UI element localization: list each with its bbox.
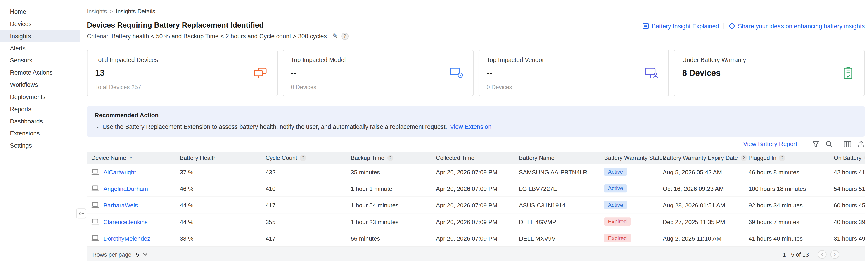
edit-criteria-icon[interactable]: ✎ bbox=[332, 32, 338, 40]
battery-name-cell: SAMSUNG AA-PBTN4LR bbox=[515, 164, 600, 180]
sidebar-item-settings[interactable]: Settings bbox=[0, 139, 80, 152]
plugged-in-cell: 46 hours 8 minutes bbox=[744, 164, 829, 180]
collapse-icon bbox=[78, 211, 84, 216]
device-name-cell: AlCartwright bbox=[87, 164, 175, 180]
sidebar-collapse-toggle[interactable] bbox=[76, 209, 86, 218]
col-warranty-status[interactable]: Battery Warranty Status bbox=[600, 152, 658, 164]
table-toolbar: View Battery Report bbox=[743, 139, 865, 148]
app-screen: Home Devices Insights Alerts Sensors Rem… bbox=[0, 0, 868, 277]
battery-name-cell: DELL MXV9V bbox=[515, 230, 600, 246]
battery-name-cell: LG LBV7227E bbox=[515, 180, 600, 196]
col-on-battery[interactable]: On Battery? bbox=[829, 152, 865, 164]
on-battery-cell: 60 hours 45 minutes bbox=[829, 197, 865, 213]
export-icon[interactable] bbox=[858, 140, 865, 148]
laptop-icon bbox=[91, 202, 99, 208]
collected-time-cell: Apr 20, 2026 07:09 PM bbox=[432, 180, 515, 196]
device-name-link[interactable]: AngelinaDurham bbox=[103, 185, 148, 191]
sidebar-item-workflows[interactable]: Workflows bbox=[0, 79, 80, 91]
breadcrumb-parent[interactable]: Insights bbox=[87, 8, 107, 14]
bullet: • bbox=[97, 124, 99, 130]
card-value: -- bbox=[487, 68, 661, 78]
col-device-name[interactable]: Device Name↑ bbox=[87, 152, 175, 164]
warranty-status-badge: Active bbox=[604, 184, 627, 193]
stat-cards: Total Impacted Devices 13 Total Devices … bbox=[87, 50, 865, 96]
device-name-link[interactable]: ClarenceJenkins bbox=[103, 218, 148, 225]
sidebar-item-deployments[interactable]: Deployments bbox=[0, 91, 80, 103]
recommended-action-item: • Use the Battery Replacement Extension … bbox=[95, 123, 857, 130]
battery-insight-explained-link[interactable]: Battery Insight Explained bbox=[642, 23, 719, 29]
sidebar-item-extensions[interactable]: Extensions bbox=[0, 127, 80, 140]
view-extension-link[interactable]: View Extension bbox=[450, 123, 491, 130]
card-title: Total Impacted Devices bbox=[95, 57, 269, 63]
sidebar-item-insights[interactable]: Insights bbox=[0, 30, 80, 42]
warranty-status-badge: Expired bbox=[604, 217, 630, 226]
cycle-count-cell: 432 bbox=[261, 164, 346, 180]
card-subtext: 0 Devices bbox=[487, 84, 661, 90]
device-name-link[interactable]: AlCartwright bbox=[103, 168, 136, 175]
pagination-controls: 1 - 5 of 13 ‹ › bbox=[783, 250, 839, 258]
cycle-count-cell: 355 bbox=[261, 213, 346, 230]
card-subtext: 0 Devices bbox=[291, 84, 465, 90]
help-icon[interactable]: ? bbox=[387, 155, 393, 161]
col-battery-health[interactable]: Battery Health bbox=[175, 152, 261, 164]
col-plugged-in[interactable]: Plugged In? bbox=[744, 152, 829, 164]
sidebar-item-home[interactable]: Home bbox=[0, 5, 80, 18]
table-row: AngelinaDurham 46 % 410 1 hour 1 minute … bbox=[87, 180, 865, 196]
warranty-status-cell: Active bbox=[600, 197, 658, 213]
backup-time-cell: 1 hour 23 minutes bbox=[346, 213, 432, 230]
criteria-row: Criteria: Battery health < 50 % and Back… bbox=[87, 32, 348, 40]
help-icon[interactable]: ? bbox=[864, 155, 865, 161]
prev-page-button[interactable]: ‹ bbox=[817, 250, 827, 258]
sidebar-item-remote-actions[interactable]: Remote Actions bbox=[0, 66, 80, 79]
sort-asc-icon[interactable]: ↑ bbox=[129, 155, 132, 161]
help-icon[interactable]: ? bbox=[740, 155, 747, 161]
card-value: 13 bbox=[95, 68, 269, 78]
collected-time-cell: Apr 20, 2026 07:09 PM bbox=[432, 230, 515, 246]
device-name-cell: BarbaraWeis bbox=[87, 197, 175, 213]
help-icon[interactable]: ? bbox=[300, 155, 306, 161]
backup-time-cell: 35 minutes bbox=[346, 164, 432, 180]
warranty-status-cell: Expired bbox=[600, 230, 658, 246]
rows-per-page-value[interactable]: 5 bbox=[136, 251, 139, 257]
help-icon[interactable]: ? bbox=[779, 155, 785, 161]
col-warranty-expiry[interactable]: Battery Warranty Expiry Date? bbox=[658, 152, 744, 164]
sidebar-item-sensors[interactable]: Sensors bbox=[0, 54, 80, 66]
col-collected-time[interactable]: Collected Time bbox=[432, 152, 515, 164]
device-name-cell: DorothyMelendez bbox=[87, 230, 175, 246]
col-backup-time[interactable]: Backup Time? bbox=[346, 152, 432, 164]
column-settings-icon[interactable] bbox=[844, 140, 851, 148]
next-page-button[interactable]: › bbox=[831, 250, 839, 258]
search-icon[interactable] bbox=[826, 140, 833, 148]
warranty-status-cell: Active bbox=[600, 164, 658, 180]
plugged-in-cell: 41 hours 40 minutes bbox=[744, 230, 829, 246]
collected-time-cell: Apr 20, 2026 07:09 PM bbox=[432, 213, 515, 230]
col-cycle-count[interactable]: Cycle Count? bbox=[261, 152, 346, 164]
table-header-row: Device Name↑ Battery Health Cycle Count?… bbox=[87, 152, 865, 164]
device-name-link[interactable]: DorothyMelendez bbox=[103, 235, 150, 241]
plugged-in-cell: 100 hours 18 minutes bbox=[744, 180, 829, 196]
card-subtext: Total Devices 257 bbox=[95, 84, 269, 90]
sidebar-item-dashboards[interactable]: Dashboards bbox=[0, 115, 80, 127]
sidebar-item-reports[interactable]: Reports bbox=[0, 103, 80, 115]
on-battery-cell: 40 hours 39 minutes bbox=[829, 213, 865, 230]
sidebar-item-devices[interactable]: Devices bbox=[0, 18, 80, 30]
cycle-count-cell: 417 bbox=[261, 230, 346, 246]
device-name-cell: ClarenceJenkins bbox=[87, 213, 175, 230]
on-battery-cell: 54 hours 51 minutes bbox=[829, 180, 865, 196]
collected-time-cell: Apr 20, 2026 07:09 PM bbox=[432, 197, 515, 213]
chevron-down-icon[interactable] bbox=[143, 253, 148, 256]
share-ideas-link[interactable]: Share your ideas on enhancing battery in… bbox=[728, 23, 865, 29]
view-battery-report-link[interactable]: View Battery Report bbox=[743, 141, 797, 147]
criteria-help-icon[interactable]: ? bbox=[341, 32, 348, 39]
plugged-in-cell: 69 hours 7 minutes bbox=[744, 213, 829, 230]
recommended-action-text: Use the Battery Replacement Extension to… bbox=[102, 123, 491, 130]
filter-icon[interactable] bbox=[812, 140, 819, 148]
warranty-expiry-cell: Aug 5, 2026 05:42 AM bbox=[658, 164, 744, 180]
col-battery-name[interactable]: Battery Name bbox=[515, 152, 600, 164]
laptop-icon bbox=[91, 235, 99, 241]
sidebar-item-alerts[interactable]: Alerts bbox=[0, 42, 80, 54]
backup-time-cell: 1 hour 54 minutes bbox=[346, 197, 432, 213]
card-title: Top Impacted Vendor bbox=[487, 57, 661, 63]
device-name-link[interactable]: BarbaraWeis bbox=[103, 202, 138, 208]
backup-time-cell: 1 hour 1 minute bbox=[346, 180, 432, 196]
